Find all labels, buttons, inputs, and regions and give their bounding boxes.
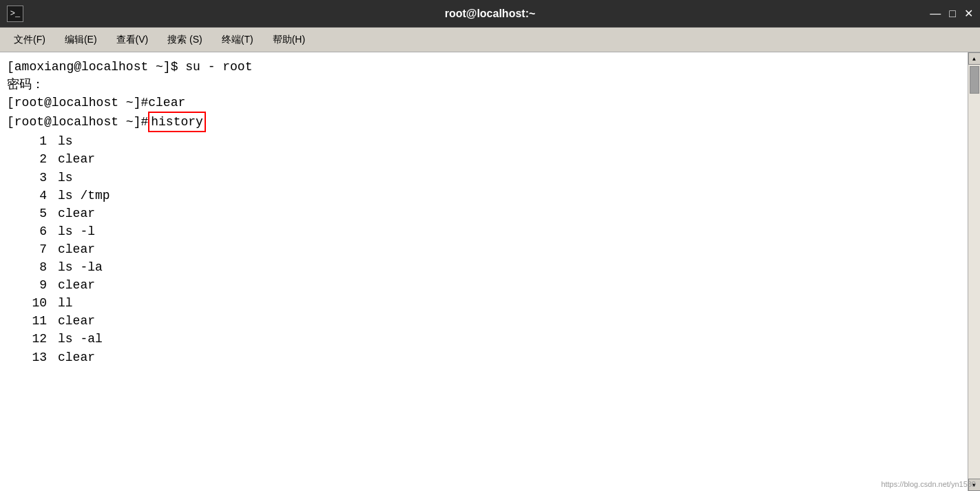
terminal-text-1: [amoxiang@localhost ~]$ su - root [7, 58, 252, 76]
titlebar-controls: — □ ✕ [930, 8, 973, 19]
menu-search[interactable]: 搜索 (S) [159, 31, 211, 49]
history-entry-number: 5 [28, 205, 47, 222]
history-entry: 2clear [28, 150, 961, 168]
terminal-prompt-4: [root@localhost ~]# [7, 113, 148, 131]
history-entry-command: clear [58, 276, 95, 294]
terminal-line-3: [root@localhost ~]# clear [7, 94, 961, 112]
history-entry: 12ls -al [28, 330, 961, 348]
history-entry-command: ls /tmp [58, 187, 110, 205]
scrollbar[interactable]: ▲ ▼ [968, 52, 980, 491]
history-entry: 11clear [28, 312, 961, 330]
history-entry-command: ls [58, 132, 73, 150]
terminal-line-1: [amoxiang@localhost ~]$ su - root [7, 58, 961, 76]
history-entry-command: ls -l [58, 222, 95, 240]
history-entry-number: 1 [28, 132, 47, 150]
menu-edit[interactable]: 编辑(E) [56, 31, 105, 49]
terminal-line-4: [root@localhost ~]# history [7, 112, 961, 132]
menu-file[interactable]: 文件(F) [6, 31, 54, 49]
terminal-icon: >_ [7, 6, 23, 22]
history-entry-command: clear [58, 205, 95, 222]
history-entry-command: ls -al [58, 330, 103, 348]
history-entry: 4ls /tmp [28, 187, 961, 205]
history-entry: 7clear [28, 240, 961, 258]
history-entry: 3ls [28, 169, 961, 187]
history-entry: 9clear [28, 276, 961, 294]
minimize-button[interactable]: — [930, 8, 941, 19]
history-entry-number: 9 [28, 276, 47, 294]
history-entry-command: ll [58, 294, 73, 312]
menu-view[interactable]: 查看(V) [108, 31, 157, 49]
terminal-content[interactable]: [amoxiang@localhost ~]$ su - root 密码： [r… [0, 52, 968, 491]
history-entry: 8ls -la [28, 258, 961, 276]
terminal-line-2: 密码： [7, 76, 961, 94]
history-entry: 13clear [28, 348, 961, 366]
terminal-text-2: 密码： [7, 76, 44, 94]
history-entry: 5clear [28, 205, 961, 222]
close-button[interactable]: ✕ [964, 8, 973, 19]
history-entry: 1ls [28, 132, 961, 150]
watermark: https://blog.csdn.net/yn1580 [881, 480, 976, 488]
history-entry-number: 12 [28, 330, 47, 348]
scroll-thumb[interactable] [970, 66, 979, 94]
scroll-up-button[interactable]: ▲ [968, 52, 981, 65]
history-entry-number: 6 [28, 222, 47, 240]
history-entry-command: clear [58, 348, 95, 366]
history-entry-number: 10 [28, 294, 47, 312]
history-command-highlight: history [148, 112, 206, 132]
scroll-track [968, 65, 980, 479]
history-entry-number: 4 [28, 187, 47, 205]
history-entry-number: 2 [28, 150, 47, 168]
titlebar-title: root@localhost:~ [445, 8, 536, 20]
history-entry-command: ls -la [58, 258, 103, 276]
history-entries: 1ls2clear3ls4ls /tmp5clear6ls -l7clear8l… [7, 132, 961, 366]
titlebar-left: >_ [7, 6, 29, 22]
history-entry-command: clear [58, 150, 95, 168]
history-entry-number: 11 [28, 312, 47, 330]
terminal-prompt-3: [root@localhost ~]# [7, 94, 148, 112]
titlebar: >_ root@localhost:~ — □ ✕ [0, 0, 980, 28]
maximize-button[interactable]: □ [949, 8, 956, 19]
main-area: [amoxiang@localhost ~]$ su - root 密码： [r… [0, 52, 980, 491]
terminal-icon-text: >_ [10, 9, 20, 19]
menubar: 文件(F) 编辑(E) 查看(V) 搜索 (S) 终端(T) 帮助(H) [0, 28, 980, 52]
terminal-cmd-3: clear [148, 94, 185, 112]
history-entry-number: 13 [28, 348, 47, 366]
history-entry: 10ll [28, 294, 961, 312]
menu-help[interactable]: 帮助(H) [264, 31, 313, 49]
history-entry-number: 7 [28, 240, 47, 258]
history-entry-command: clear [58, 240, 95, 258]
history-entry: 6ls -l [28, 222, 961, 240]
history-entry-command: ls [58, 169, 73, 187]
history-entry-command: clear [58, 312, 95, 330]
menu-terminal[interactable]: 终端(T) [213, 31, 262, 49]
history-entry-number: 8 [28, 258, 47, 276]
history-entry-number: 3 [28, 169, 47, 187]
